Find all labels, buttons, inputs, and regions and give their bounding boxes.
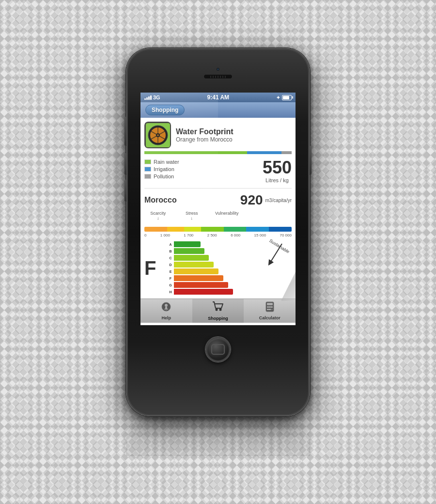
- rating-fill-b: [174, 248, 204, 254]
- scarcity-seg-4: [201, 227, 224, 232]
- calculator-icon: [265, 301, 275, 315]
- country-name: Morocco: [144, 196, 238, 205]
- main-unit: Litres / kg: [263, 177, 292, 183]
- scarcity-seg-5: [224, 227, 247, 232]
- scarcity-num-70000: 70 000: [280, 233, 291, 237]
- main-number: 550: [263, 159, 292, 176]
- svg-rect-13: [166, 310, 167, 311]
- scarcity-bar: [144, 227, 292, 232]
- phone-screen: 3G 9:41 AM ✦ Shopping: [140, 93, 296, 325]
- navigation-bar: Shopping: [140, 102, 296, 118]
- rain-water-label: Rain water: [154, 159, 179, 165]
- shopping-icon: [212, 301, 224, 315]
- rating-label-e: E: [169, 270, 172, 273]
- help-mic-icon: [161, 301, 171, 312]
- scarcity-labels-area: Scarcity ↓ Stress ↓ Vulnerability: [144, 211, 292, 225]
- svg-point-10: [165, 304, 168, 307]
- rating-fill-e: [174, 268, 218, 274]
- rating-fill-h: [174, 289, 233, 295]
- irrigation-bar: [247, 151, 281, 154]
- rating-fill-a: [174, 241, 201, 247]
- svg-rect-19: [269, 306, 271, 308]
- bluetooth-icon: ✦: [276, 95, 280, 100]
- scarcity-num-1000: 1 000: [160, 233, 170, 237]
- rating-label-g: G: [169, 284, 172, 287]
- stress-text: Stress: [186, 211, 198, 216]
- legend-pollution: Pollution: [144, 173, 258, 179]
- country-value: 920: [240, 192, 263, 208]
- pollution-label: Pollution: [154, 173, 174, 179]
- signal-bars-icon: [144, 95, 152, 100]
- scarcity-seg-3: [184, 227, 201, 232]
- vulnerability-text: Vulnerability: [215, 211, 239, 216]
- help-icon: [161, 301, 171, 315]
- orange-logo-icon: [146, 123, 170, 147]
- status-left: 3G: [144, 94, 160, 100]
- scarcity-num-15000: 15 000: [254, 233, 266, 237]
- rating-fill-c: [174, 255, 209, 261]
- water-legend: Rain water Irrigation Pollution: [144, 159, 258, 181]
- speaker-grille: [210, 76, 226, 78]
- scarcity-num-6000: 6 000: [231, 233, 240, 237]
- home-button-area: [205, 325, 231, 374]
- power-button[interactable]: [310, 146, 311, 175]
- rating-bars: A B C D: [169, 241, 292, 295]
- water-stats-section: Rain water Irrigation Pollution 550: [144, 159, 292, 183]
- tab-help[interactable]: Help: [140, 299, 192, 322]
- battery-fill: [283, 96, 289, 99]
- rain-water-color: [144, 159, 151, 164]
- tab-shopping-label: Shopping: [208, 316, 228, 321]
- rating-fill-g: [174, 282, 228, 288]
- shopping-cart-icon: [212, 301, 224, 313]
- calc-icon: [265, 301, 275, 312]
- home-button[interactable]: [205, 337, 231, 362]
- product-icon: [144, 122, 171, 148]
- status-right: ✦: [276, 95, 292, 100]
- scarcity-text: Scarcity: [150, 211, 166, 216]
- svg-point-15: [219, 309, 222, 311]
- rating-label-h: H: [169, 290, 172, 294]
- scarcity-label: Scarcity ↓: [150, 211, 166, 220]
- scarcity-num-0: 0: [144, 233, 146, 237]
- rating-label-d: D: [169, 263, 172, 267]
- rating-row-b: B: [169, 248, 292, 254]
- rating-row-d: D: [169, 262, 292, 268]
- svg-rect-12: [164, 309, 168, 310]
- rating-label-a: A: [169, 243, 172, 246]
- country-row: Morocco 920 m3/capita/yr: [144, 192, 292, 208]
- svg-rect-23: [271, 309, 273, 310]
- pollution-bar: [281, 151, 292, 154]
- product-subtitle: Orange from Morocco: [176, 136, 292, 143]
- volume-up-button[interactable]: [125, 153, 126, 175]
- phone-device: 3G 9:41 AM ✦ Shopping: [126, 48, 310, 456]
- front-camera: [216, 67, 220, 71]
- rating-label-f: F: [169, 277, 172, 280]
- back-button[interactable]: Shopping: [145, 105, 185, 115]
- country-section: Morocco 920 m3/capita/yr Scarcity ↓: [144, 188, 292, 237]
- water-type-bar: [144, 151, 292, 154]
- scarcity-seg-6: [246, 227, 269, 232]
- tab-calculator[interactable]: Calculator: [244, 299, 296, 322]
- scarcity-numbers: 0 1 000 1 700 2 500 6 000 15 000 70 000: [144, 233, 292, 237]
- status-bar: 3G 9:41 AM ✦: [140, 93, 296, 102]
- irrigation-color: [144, 167, 151, 172]
- pollution-color: [144, 174, 151, 179]
- rating-section: F A B: [144, 241, 292, 295]
- legend-rain-water: Rain water: [144, 159, 258, 165]
- product-title: Water Footprint: [176, 127, 292, 136]
- svg-point-14: [216, 309, 218, 311]
- scarcity-seg-1: [144, 227, 167, 232]
- home-button-inner: [211, 344, 225, 355]
- tab-shopping[interactable]: Shopping: [192, 299, 244, 323]
- scarcity-arrow: ↓: [157, 216, 159, 220]
- status-time: 9:41 AM: [207, 94, 230, 101]
- app-content: Water Footprint Orange from Morocco: [140, 118, 296, 299]
- rating-row-e: E: [169, 268, 292, 274]
- scarcity-num-2500: 2 500: [207, 233, 217, 237]
- rain-water-bar: [144, 151, 247, 154]
- rating-fill-d: [174, 262, 214, 268]
- svg-rect-17: [267, 303, 273, 305]
- carrier-label: 3G: [153, 94, 160, 100]
- phone-reflection: [126, 417, 310, 456]
- volume-down-button[interactable]: [125, 180, 126, 202]
